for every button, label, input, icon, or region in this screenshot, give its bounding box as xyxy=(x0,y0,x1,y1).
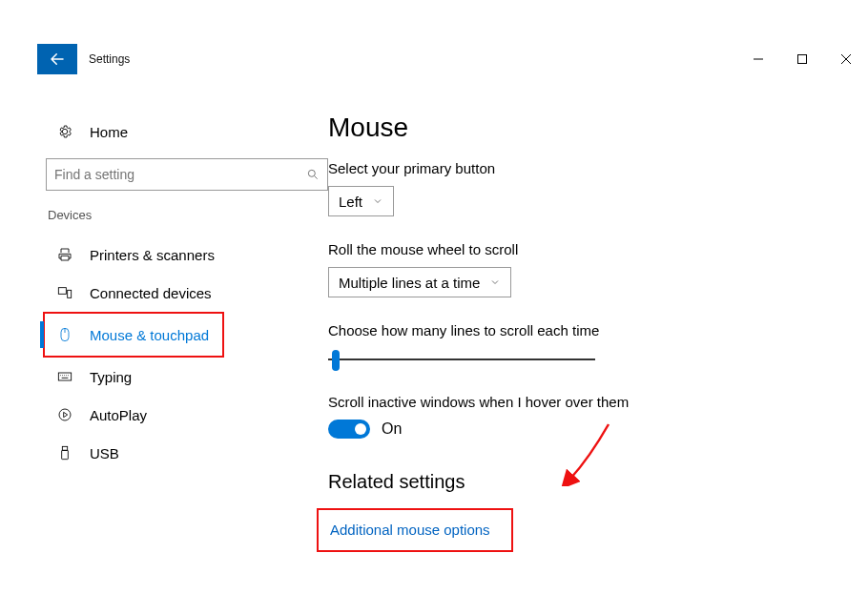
svg-point-1 xyxy=(308,170,315,176)
search-input[interactable] xyxy=(46,158,328,191)
annotation-highlight-link: Additional mouse options xyxy=(317,508,513,552)
toggle-knob xyxy=(355,423,366,435)
sidebar-item-typing[interactable]: Typing xyxy=(46,358,328,396)
wheel-scroll-label: Roll the mouse wheel to scroll xyxy=(328,241,830,257)
annotation-highlight-sidebar: Mouse & touchpad xyxy=(43,312,224,358)
search-icon xyxy=(306,168,320,181)
mouse-icon xyxy=(53,327,76,342)
lines-scroll-label: Choose how many lines to scroll each tim… xyxy=(328,322,830,338)
wheel-scroll-dropdown[interactable]: Multiple lines at a time xyxy=(328,267,511,297)
gear-icon xyxy=(53,124,76,139)
sidebar-category: Devices xyxy=(46,208,328,222)
svg-rect-7 xyxy=(62,446,67,450)
svg-rect-0 xyxy=(798,55,807,64)
maximize-icon xyxy=(797,54,807,64)
sidebar-item-label: Printers & scanners xyxy=(90,247,215,263)
chevron-down-icon xyxy=(489,277,501,288)
search-field[interactable] xyxy=(54,167,306,182)
primary-button-dropdown[interactable]: Left xyxy=(328,186,394,216)
maximize-button[interactable] xyxy=(780,44,824,74)
chevron-down-icon xyxy=(372,195,383,207)
inactive-windows-label: Scroll inactive windows when I hover ove… xyxy=(328,394,830,410)
sidebar-item-mouse[interactable]: Mouse & touchpad xyxy=(46,314,222,356)
close-icon xyxy=(841,54,851,64)
inactive-windows-toggle[interactable] xyxy=(328,420,370,439)
app-title: Settings xyxy=(77,44,736,74)
related-heading: Related settings xyxy=(328,471,830,493)
minimize-icon xyxy=(754,54,763,64)
page-title: Mouse xyxy=(328,113,830,143)
back-button[interactable] xyxy=(37,44,77,74)
keyboard-icon xyxy=(53,369,76,384)
primary-button-label: Select your primary button xyxy=(328,160,830,176)
slider-track xyxy=(328,358,595,360)
svg-rect-2 xyxy=(58,288,66,295)
sidebar-item-label: USB xyxy=(90,445,119,461)
printer-icon xyxy=(53,247,76,262)
sidebar-item-printers[interactable]: Printers & scanners xyxy=(46,236,328,274)
slider-thumb[interactable] xyxy=(332,350,340,371)
sidebar-item-label: Connected devices xyxy=(90,285,212,301)
dropdown-value: Left xyxy=(339,194,362,210)
sidebar-item-connected[interactable]: Connected devices xyxy=(46,274,328,312)
svg-point-6 xyxy=(59,409,71,420)
sidebar-item-home[interactable]: Home xyxy=(46,113,328,151)
devices-icon xyxy=(53,285,76,300)
sidebar-item-autoplay[interactable]: AutoPlay xyxy=(46,396,328,434)
svg-rect-3 xyxy=(68,290,72,297)
sidebar-home-label: Home xyxy=(90,124,128,140)
svg-rect-5 xyxy=(58,373,71,380)
sidebar-item-label: Mouse & touchpad xyxy=(90,327,209,343)
dropdown-value: Multiple lines at a time xyxy=(339,275,480,291)
sidebar-item-label: Typing xyxy=(90,369,132,385)
autoplay-icon xyxy=(53,407,76,422)
sidebar-item-usb[interactable]: USB xyxy=(46,434,328,472)
lines-scroll-slider[interactable] xyxy=(328,348,595,371)
minimize-button[interactable] xyxy=(736,44,780,74)
usb-icon xyxy=(53,445,76,461)
close-button[interactable] xyxy=(824,44,868,74)
sidebar-item-label: AutoPlay xyxy=(90,407,147,423)
toggle-state: On xyxy=(382,420,402,438)
arrow-left-icon xyxy=(49,51,66,68)
svg-rect-8 xyxy=(62,450,69,459)
additional-mouse-options-link[interactable]: Additional mouse options xyxy=(330,522,490,538)
